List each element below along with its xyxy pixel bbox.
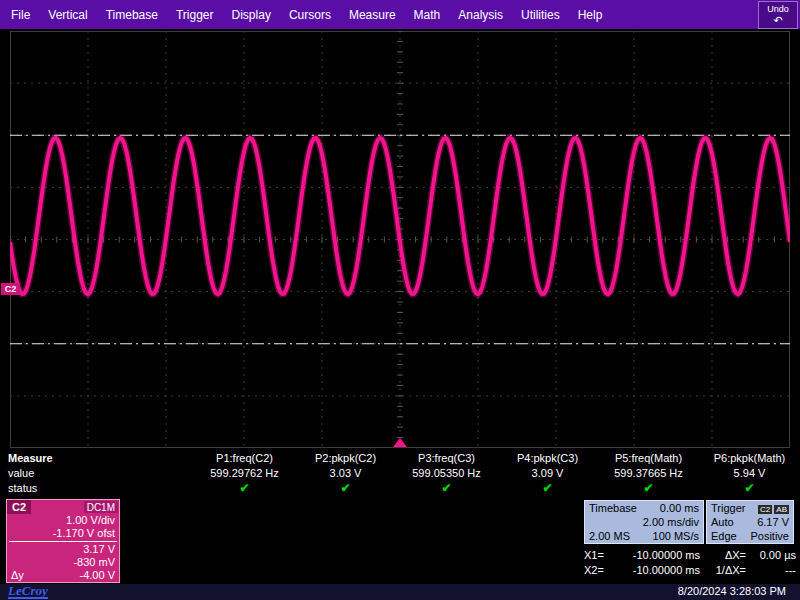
undo-label: Undo bbox=[767, 5, 789, 14]
trigger-mode: Auto bbox=[711, 515, 734, 529]
channel-c2-descriptor[interactable]: C2 DC1M 1.00 V/div -1.170 V ofst 3.17 V … bbox=[6, 499, 120, 583]
measure-values-row: value 599.29762 Hz3.03 V599.05350 Hz3.09… bbox=[0, 465, 800, 480]
c2-delta-value: -4.00 V bbox=[80, 569, 115, 582]
measure-param-6: P6:pkpk(Math) bbox=[699, 452, 800, 464]
c2-cursor2-value: -830 mV bbox=[7, 556, 119, 569]
measure-params-row: Measure P1:freq(C2)P2:pkpk(C2)P3:freq(C3… bbox=[0, 450, 800, 465]
measure-value-4: 3.09 V bbox=[497, 467, 598, 479]
footer-bar: LeCroy 8/20/2024 3:28:03 PM bbox=[0, 584, 800, 600]
timebase-position: 0.00 ms bbox=[660, 501, 699, 515]
inv-dx-value: --- bbox=[746, 563, 798, 578]
measure-value-3: 599.05350 Hz bbox=[396, 467, 497, 479]
c2-offset: -1.170 V ofst bbox=[7, 527, 119, 540]
menu-item-measure[interactable]: Measure bbox=[340, 8, 405, 22]
measure-value-6: 5.94 V bbox=[699, 467, 800, 479]
measure-status-check-2: ✔ bbox=[295, 481, 396, 495]
menu-item-analysis[interactable]: Analysis bbox=[449, 8, 512, 22]
clock-timestamp: 8/20/2024 3:28:03 PM bbox=[678, 585, 786, 597]
menu-item-help[interactable]: Help bbox=[569, 8, 612, 22]
trigger-slope: Positive bbox=[750, 529, 789, 543]
measure-status-check-6: ✔ bbox=[699, 481, 800, 495]
trigger-descriptor[interactable]: Trigger C2AB Auto 6.17 V Edge Positive bbox=[706, 500, 794, 544]
measure-param-2: P2:pkpk(C2) bbox=[295, 452, 396, 464]
undo-arrow-icon: ↶ bbox=[773, 15, 782, 26]
c2-descriptor-header: C2 DC1M bbox=[7, 500, 119, 514]
trigger-source-badge: C2 bbox=[758, 505, 772, 514]
inv-dx-label: 1/ΔX= bbox=[700, 563, 746, 578]
measure-status-check-4: ✔ bbox=[497, 481, 598, 495]
lecroy-logo: LeCroy bbox=[8, 584, 48, 599]
scope-svg bbox=[10, 31, 790, 448]
timebase-rate: 100 MS/s bbox=[653, 529, 699, 543]
dx-value: 0.00 µs bbox=[746, 548, 798, 563]
measure-section-label: Measure bbox=[0, 452, 194, 464]
c2-delta-label: Δy bbox=[11, 569, 24, 582]
measure-status-label: status bbox=[0, 482, 194, 494]
x1-value: -10.00000 ms bbox=[614, 548, 700, 563]
timebase-samples: 2.00 MS bbox=[589, 529, 630, 543]
measure-status-check-3: ✔ bbox=[396, 481, 497, 495]
menu-bar: FileVerticalTimebaseTriggerDisplayCursor… bbox=[0, 0, 800, 29]
measure-status-check-1: ✔ bbox=[194, 481, 295, 495]
c2-coupling-badge: DC1M bbox=[84, 501, 118, 513]
timebase-scale: 2.00 ms/div bbox=[643, 515, 699, 529]
trigger-setup-badge: AB bbox=[774, 505, 789, 514]
trigger-type: Edge bbox=[711, 529, 737, 543]
measure-value-5: 599.37665 Hz bbox=[598, 467, 699, 479]
measure-value-2: 3.03 V bbox=[295, 467, 396, 479]
measure-status-row: status ✔✔✔✔✔✔ bbox=[0, 480, 800, 495]
timebase-title: Timebase bbox=[589, 501, 637, 515]
measure-status-check-5: ✔ bbox=[598, 481, 699, 495]
measure-section: Measure P1:freq(C2)P2:pkpk(C2)P3:freq(C3… bbox=[0, 450, 800, 495]
dx-label: ΔX= bbox=[700, 548, 746, 563]
menu-item-math[interactable]: Math bbox=[405, 8, 450, 22]
undo-button[interactable]: Undo ↶ bbox=[758, 1, 798, 29]
measure-param-5: P5:freq(Math) bbox=[598, 452, 699, 464]
c2-descriptor-divider bbox=[9, 541, 117, 542]
timebase-descriptor[interactable]: Timebase 0.00 ms 2.00 ms/div 2.00 MS 100… bbox=[584, 500, 704, 544]
x1-label: X1= bbox=[584, 548, 614, 563]
waveform-display[interactable]: C2 bbox=[10, 31, 790, 448]
c2-delta-row: Δy -4.00 V bbox=[7, 569, 119, 582]
measure-param-1: P1:freq(C2) bbox=[194, 452, 295, 464]
channel-c2-tag: C2 bbox=[1, 283, 20, 295]
c2-descriptor-title: C2 bbox=[7, 500, 31, 514]
oscilloscope-screen: FileVerticalTimebaseTriggerDisplayCursor… bbox=[0, 0, 800, 600]
menu-item-trigger[interactable]: Trigger bbox=[167, 8, 223, 22]
menu-item-cursors[interactable]: Cursors bbox=[280, 8, 340, 22]
x-cursor-readout: X1= -10.00000 ms ΔX= 0.00 µs X2= -10.000… bbox=[584, 548, 798, 578]
trigger-level: 6.17 V bbox=[757, 515, 789, 529]
x2-label: X2= bbox=[584, 563, 614, 578]
c2-vertical-scale: 1.00 V/div bbox=[7, 514, 119, 527]
menu-item-file[interactable]: File bbox=[2, 8, 39, 22]
menu-items: FileVerticalTimebaseTriggerDisplayCursor… bbox=[0, 0, 800, 29]
trigger-position-marker bbox=[393, 438, 407, 447]
menu-item-timebase[interactable]: Timebase bbox=[97, 8, 167, 22]
menu-item-vertical[interactable]: Vertical bbox=[39, 8, 96, 22]
trigger-title: Trigger bbox=[711, 501, 745, 515]
measure-param-4: P4:pkpk(C3) bbox=[497, 452, 598, 464]
menu-item-display[interactable]: Display bbox=[223, 8, 280, 22]
c2-cursor1-value: 3.17 V bbox=[7, 543, 119, 556]
x2-value: -10.00000 ms bbox=[614, 563, 700, 578]
measure-value-label: value bbox=[0, 467, 194, 479]
menu-item-utilities[interactable]: Utilities bbox=[512, 8, 569, 22]
measure-value-1: 599.29762 Hz bbox=[194, 467, 295, 479]
measure-param-3: P3:freq(C3) bbox=[396, 452, 497, 464]
